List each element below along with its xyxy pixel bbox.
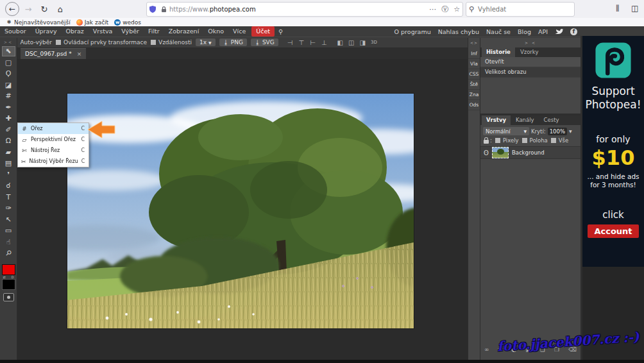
blur-tool[interactable]: ❜ — [3, 171, 15, 180]
zoom-tool[interactable]: ⚲ — [3, 249, 15, 258]
menu-vrstva[interactable]: Vrstva — [89, 26, 117, 37]
browser-search-input[interactable] — [477, 5, 574, 13]
menu-zobrazeni[interactable]: Zobrazení — [164, 26, 204, 37]
side-tab-ods[interactable]: Ods — [468, 100, 480, 110]
hand-tool[interactable]: ☝ — [3, 238, 15, 247]
layer-row-background[interactable]: ʘ Background — [480, 146, 580, 159]
pen-tool[interactable]: ✑ — [3, 204, 15, 213]
menu-item-nastroj-vyber-rezu[interactable]: ✂ Nástroj Výběr Řezu C — [18, 156, 89, 167]
tab-vrstvy[interactable]: Vrstvy — [482, 115, 511, 125]
quick-selection-tool[interactable]: ◪ — [3, 81, 15, 90]
url-bar[interactable]: https://www.photopea.com ⋯ ⓥ ☆ — [146, 2, 463, 17]
reload-icon[interactable]: ↻ — [37, 2, 51, 16]
side-tab-ste[interactable]: Ště — [468, 80, 480, 90]
link-o-programu[interactable]: O programu — [394, 28, 431, 35]
export-svg-button[interactable]: ⭳ SVG — [251, 38, 278, 46]
side-tab-zna[interactable]: Zna — [468, 90, 480, 100]
panels-collapse-handle[interactable]: > < — [480, 40, 580, 45]
menu-ucet[interactable]: Účet — [251, 26, 275, 37]
align-center-icon[interactable]: ⊤ — [298, 39, 304, 46]
opacity-value[interactable]: 100% — [548, 128, 567, 135]
menu-item-nastroj-rez[interactable]: ✄ Nástroj Řez C — [18, 145, 89, 156]
healing-brush-tool[interactable]: ✚ — [3, 114, 15, 123]
distribute-icon[interactable]: ⊥ — [321, 39, 327, 46]
eyedropper-tool[interactable]: ✒ — [3, 103, 15, 112]
menu-item-orez[interactable]: # Ořez C — [18, 123, 89, 134]
twitter-icon[interactable] — [555, 28, 563, 36]
canvas-area[interactable] — [17, 59, 468, 363]
quick-mask-button[interactable] — [3, 293, 14, 301]
tracking-shield-icon[interactable] — [149, 6, 156, 13]
default-colors-icon[interactable]: D — [12, 275, 14, 279]
link-nauc-se[interactable]: Nauč se — [486, 28, 511, 35]
auto-select-checkbox[interactable]: Auto-výběr — [12, 39, 52, 46]
link-blog[interactable]: Blog — [518, 28, 531, 35]
document-tab[interactable]: DSC_0967.psd * × — [21, 48, 86, 59]
photopea-ad[interactable]: Support Photopea! for only $10 ... and h… — [582, 36, 644, 267]
side-tab-vla[interactable]: Vla — [468, 59, 480, 69]
lock-pixels-checkbox[interactable]: Pixely — [495, 137, 519, 144]
threed-icon[interactable]: 3D — [371, 40, 377, 45]
pocket-icon[interactable]: ⓥ — [441, 4, 448, 14]
menu-soubor[interactable]: Soubor — [0, 26, 31, 37]
page-actions-icon[interactable]: ⋯ — [429, 5, 436, 13]
align-right-icon[interactable]: ⊢ — [310, 39, 316, 46]
distribute-center-icon[interactable]: ◫ — [348, 39, 354, 46]
bookmark-star-icon[interactable]: ☆ — [453, 5, 460, 13]
eraser-tool[interactable]: ▰ — [3, 148, 15, 157]
link-api[interactable]: API — [538, 28, 548, 35]
account-button[interactable]: Account — [588, 224, 638, 238]
lasso-tool[interactable]: Ϙ — [3, 69, 15, 78]
distribute-left-icon[interactable]: ◧ — [337, 39, 343, 46]
menu-okno[interactable]: Okno — [203, 26, 228, 37]
link-layers-icon[interactable]: ∞ — [484, 346, 489, 353]
rectangle-select-tool[interactable]: ▢ — [3, 58, 15, 67]
back-icon[interactable]: ← — [5, 2, 19, 16]
side-tab-inf[interactable]: Inf — [468, 49, 480, 59]
menu-obraz[interactable]: Obraz — [62, 26, 89, 37]
tab-historie[interactable]: Historie — [482, 47, 515, 57]
browser-search-bar[interactable]: ⚲ — [466, 2, 575, 17]
tab-kanaly[interactable]: Kanály — [511, 115, 539, 125]
tab-vzorky[interactable]: Vzorky — [516, 47, 543, 57]
side-collapse-handle[interactable]: <> — [468, 40, 480, 45]
sidebar-toggle-icon[interactable]: ◫ — [631, 4, 638, 13]
lock-position-checkbox[interactable]: Poloha — [522, 137, 548, 144]
menu-upravy[interactable]: Úpravy — [31, 26, 62, 37]
gradient-tool[interactable]: ▤ — [3, 159, 15, 168]
tab-cesty[interactable]: Cesty — [539, 115, 564, 125]
chevron-down-icon[interactable]: ▼ — [569, 129, 572, 133]
menu-item-perspektivni-orez[interactable]: ▱ Perspektivní Ořez C — [18, 134, 89, 145]
zoom-level-dropdown[interactable]: 1x ▼ — [196, 38, 216, 46]
swap-colors-icon[interactable]: ⇄ — [3, 275, 6, 279]
link-nahlas-chybu[interactable]: Nahlas chybu — [438, 28, 479, 35]
history-item-image-size[interactable]: Velikost obrazu — [480, 67, 580, 78]
bookmark-wedos[interactable]: w wedos — [114, 19, 141, 26]
side-tab-css[interactable]: CSS — [468, 69, 480, 80]
export-png-button[interactable]: ⭳ PNG — [219, 38, 247, 46]
home-icon[interactable]: ⌂ — [53, 2, 67, 16]
layer-visibility-eye-icon[interactable]: ʘ — [484, 149, 489, 156]
toolbar-collapse-handle[interactable]: >< — [4, 40, 13, 44]
history-item-open[interactable]: Otevřít — [480, 57, 580, 67]
blend-mode-dropdown[interactable]: Normální ▼ — [483, 127, 529, 135]
shape-tool[interactable]: ▭ — [3, 226, 15, 235]
clone-stamp-tool[interactable]: Ω — [3, 137, 15, 146]
brush-tool[interactable]: ✐ — [3, 126, 15, 135]
close-icon[interactable]: × — [77, 51, 82, 57]
crop-tool[interactable]: # — [3, 92, 15, 101]
facebook-icon[interactable]: f — [570, 28, 577, 35]
forward-icon[interactable]: → — [21, 2, 35, 16]
bookmark-getting-started[interactable]: Jak začít — [76, 19, 108, 26]
bookmark-most-visited[interactable]: ✱ Nejnavštěvovanější — [6, 19, 71, 26]
library-icon[interactable]: ⫼ — [616, 4, 620, 13]
layer-thumbnail[interactable] — [492, 147, 509, 158]
distribute-right-icon[interactable]: ◨ — [360, 39, 366, 46]
align-left-icon[interactable]: ⊣ — [287, 39, 293, 46]
photo-dsc-0967[interactable] — [67, 94, 414, 328]
lock-icon[interactable] — [484, 140, 489, 144]
background-color-swatch[interactable] — [2, 279, 15, 290]
transform-controls-checkbox[interactable]: Ovládací prvky transformace — [56, 39, 147, 46]
menu-filtr[interactable]: Filtr — [144, 26, 164, 37]
path-select-tool[interactable]: ↖ — [3, 215, 15, 224]
